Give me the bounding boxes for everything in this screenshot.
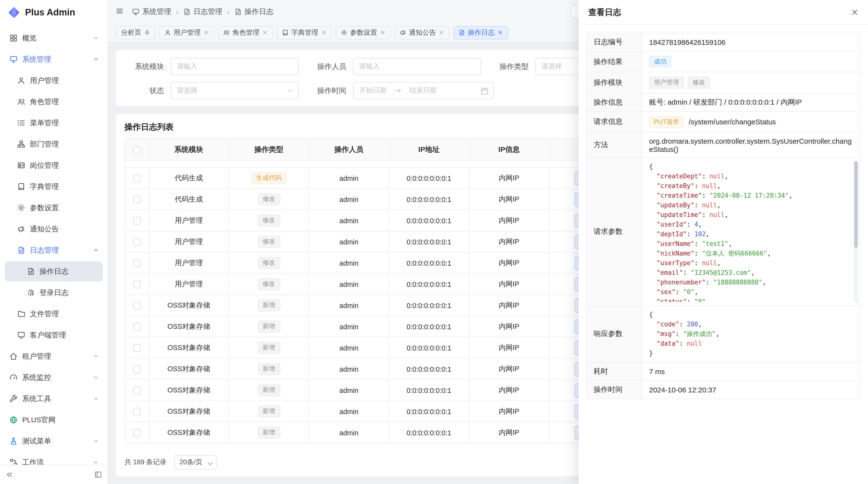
sidebar-item-client-mgmt[interactable]: 客户端管理 xyxy=(5,325,103,345)
doc-icon xyxy=(18,246,25,254)
pin-tab-icon[interactable] xyxy=(144,30,150,35)
sidebar-item-overview[interactable]: 概览 xyxy=(5,28,103,48)
close-tab-icon[interactable] xyxy=(262,30,268,35)
sidebar-item-test-menu[interactable]: 测试菜单 xyxy=(5,431,103,451)
scrollbar-thumb[interactable] xyxy=(854,161,858,248)
sidebar-item-notice[interactable]: 通知公告 xyxy=(5,219,103,239)
status-select[interactable]: 请选择 xyxy=(171,82,299,99)
sidebar-item-dict-mgmt[interactable]: 字典管理 xyxy=(5,176,103,197)
cell-ip: 0:0:0:0:0:0:0:1 xyxy=(389,380,469,401)
pin-icon xyxy=(144,30,150,35)
sidebar-item-dept-mgmt[interactable]: 部门管理 xyxy=(5,134,103,154)
sidebar-item-system-monitor[interactable]: 系统监控 xyxy=(5,367,103,388)
operation-type-tag: 新增 xyxy=(258,384,280,396)
tab-label: 字典管理 xyxy=(291,28,318,37)
cell-ip: 0:0:0:0:0:0:0:1 xyxy=(389,167,469,189)
flask-icon xyxy=(10,437,18,445)
breadcrumb-item[interactable]: 日志管理 xyxy=(183,7,222,16)
sidebar-item-user-mgmt[interactable]: 用户管理 xyxy=(5,70,103,91)
operation-type-tag: 新增 xyxy=(258,300,280,312)
row-checkbox[interactable] xyxy=(133,217,141,225)
sidebar-item-label: 文件管理 xyxy=(30,309,59,318)
tab-analysis[interactable]: 分析页 xyxy=(116,26,155,39)
cell-module: 用户管理 xyxy=(149,210,229,231)
sidebar-item-menu-mgmt[interactable]: 菜单管理 xyxy=(5,113,103,133)
cell-ip: 0:0:0:0:0:0:0:1 xyxy=(389,316,469,337)
cell-ip-info: 内网IP xyxy=(469,231,549,252)
row-checkbox[interactable] xyxy=(133,174,141,182)
panel-pin-icon[interactable] xyxy=(94,471,102,478)
select-all-checkbox[interactable] xyxy=(133,146,141,154)
close-tab-icon[interactable] xyxy=(498,30,503,35)
cell-ip: 0:0:0:0:0:0:0:1 xyxy=(389,401,469,422)
hamburger-icon xyxy=(116,7,123,15)
page-size-select[interactable]: 20条/页 xyxy=(174,455,217,470)
operation-time-daterange-input[interactable]: 开始日期结束日期 xyxy=(353,82,494,99)
row-checkbox[interactable] xyxy=(133,281,141,288)
log-id-value: 1842781986426159106 xyxy=(642,33,860,51)
row-checkbox[interactable] xyxy=(133,365,141,373)
sidebar-item-param-settings[interactable]: 参数设置 xyxy=(5,198,103,218)
close-icon[interactable] xyxy=(851,9,858,16)
scrollbar-track[interactable] xyxy=(854,161,858,303)
hamburger-menu-icon[interactable] xyxy=(116,7,124,16)
sidebar-item-system-mgmt[interactable]: 系统管理 xyxy=(5,49,103,69)
sidebar-item-label: 系统管理 xyxy=(22,55,51,64)
row-checkbox[interactable] xyxy=(133,302,141,310)
operation-info-value: 账号: admin / 研发部门 / 0:0:0:0:0:0:0:1 / 内网I… xyxy=(642,93,860,111)
cell-ip-info: 内网IP xyxy=(469,295,549,316)
row-checkbox[interactable] xyxy=(133,323,141,331)
filter-field-system-module: 系统模块请输入 xyxy=(130,58,299,75)
fingerprint-icon xyxy=(27,289,35,296)
collapse-sidebar-icon[interactable] xyxy=(6,471,13,478)
cell-operator: admin xyxy=(309,380,389,401)
sidebar-item-tenant-mgmt[interactable]: 租户管理 xyxy=(5,346,103,366)
sidebar-item-role-mgmt[interactable]: 角色管理 xyxy=(5,92,103,112)
close-tab-icon[interactable] xyxy=(380,30,385,35)
row-checkbox[interactable] xyxy=(133,408,141,416)
http-method-tag: PUT请求 xyxy=(649,116,684,128)
row-checkbox[interactable] xyxy=(133,344,141,352)
sidebar-item-system-tools[interactable]: 系统工具 xyxy=(5,389,103,409)
tab-operation-log[interactable]: 操作日志 xyxy=(453,26,508,39)
close-tab-icon[interactable] xyxy=(204,30,209,35)
request-url: /system/user/changeStatus xyxy=(689,118,776,126)
sidebar-item-file-mgmt[interactable]: 文件管理 xyxy=(5,304,103,324)
filter-label: 操作时间 xyxy=(312,86,346,95)
globe-icon xyxy=(10,416,18,424)
sidebar-item-workflow[interactable]: 工作流 xyxy=(5,452,103,465)
client-icon xyxy=(18,331,25,339)
row-checkbox[interactable] xyxy=(133,259,141,267)
row-checkbox[interactable] xyxy=(133,238,141,246)
operator-input[interactable]: 请输入 xyxy=(353,58,481,75)
app-logo[interactable]: Plus Admin xyxy=(0,0,107,25)
row-checkbox[interactable] xyxy=(133,429,141,437)
close-tab-icon[interactable] xyxy=(439,30,444,35)
tree-icon xyxy=(18,140,25,148)
operation-type-tag: 新增 xyxy=(258,321,280,333)
sidebar-item-label: 客户端管理 xyxy=(30,330,66,340)
tab-user-mgmt[interactable]: 用户管理 xyxy=(159,26,214,39)
row-checkbox[interactable] xyxy=(133,196,141,203)
doc-icon xyxy=(459,29,465,36)
row-checkbox[interactable] xyxy=(133,387,141,394)
system-module-input[interactable]: 请输入 xyxy=(171,58,299,75)
close-tab-icon[interactable] xyxy=(321,30,327,35)
cell-ip-info: 内网IP xyxy=(469,210,549,231)
sidebar-item-login-log[interactable]: 登录日志 xyxy=(5,283,103,303)
breadcrumb-item[interactable]: 操作日志 xyxy=(235,7,273,16)
breadcrumb-item[interactable]: 系统管理 xyxy=(132,7,171,16)
close-icon xyxy=(321,30,327,35)
tab-notice[interactable]: 通知公告 xyxy=(395,26,450,39)
tab-role-mgmt[interactable]: 角色管理 xyxy=(218,26,273,39)
sidebar-item-operation-log[interactable]: 操作日志 xyxy=(5,261,103,282)
sidebar-item-log-mgmt[interactable]: 日志管理 xyxy=(5,240,103,260)
sidebar-item-plus-site[interactable]: PLUS官网 xyxy=(5,410,103,430)
chevron-down-icon xyxy=(206,460,212,465)
tab-param-settings[interactable]: 参数设置 xyxy=(336,26,391,39)
cell-ip: 0:0:0:0:0:0:0:1 xyxy=(389,210,469,231)
operation-type-tag: 新增 xyxy=(258,342,280,354)
sidebar-footer xyxy=(0,465,107,484)
sidebar-item-post-mgmt[interactable]: 岗位管理 xyxy=(5,155,103,175)
tab-dict-mgmt[interactable]: 字典管理 xyxy=(277,26,332,39)
